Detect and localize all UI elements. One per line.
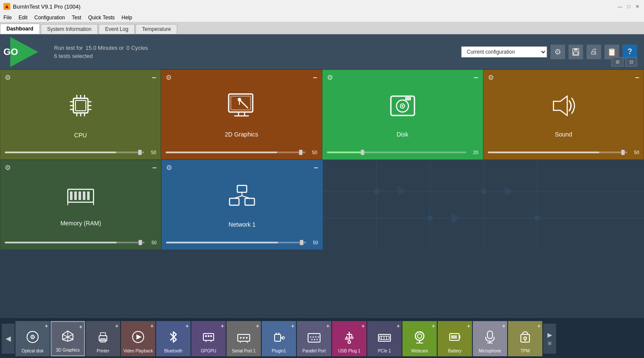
printer-plus-icon[interactable]: +: [115, 323, 118, 329]
graphics2d-settings-icon[interactable]: ⚙: [166, 73, 172, 82]
window-controls[interactable]: — □ ✕: [617, 3, 641, 10]
bottom-tile-parallel-port[interactable]: + Parallel Port: [297, 321, 331, 356]
parallel-plus-icon[interactable]: +: [326, 323, 330, 329]
tab-event-log[interactable]: Event Log: [99, 24, 135, 34]
svg-point-52: [374, 189, 379, 194]
svg-marker-58: [505, 186, 513, 197]
svg-rect-2: [574, 49, 577, 51]
scroll-right-btn[interactable]: ▶ ⊞: [543, 324, 556, 354]
disk-minimize-icon[interactable]: −: [474, 73, 478, 82]
menu-configuration[interactable]: Configuration: [31, 14, 68, 21]
list-view-btn[interactable]: ⊟: [625, 57, 637, 67]
sound-minimize-icon[interactable]: −: [635, 73, 639, 82]
titlebar: BurnInTest V9.1 Pro (1004) — □ ✕: [0, 0, 644, 13]
svg-rect-37: [87, 191, 90, 200]
gpgpu-label: GPGPU: [201, 349, 216, 354]
sound-slider[interactable]: 50: [488, 150, 639, 155]
tab-temperature[interactable]: Temperature: [136, 24, 177, 34]
parallel-port-icon: [307, 332, 321, 347]
optical-disk-plus-icon[interactable]: +: [45, 323, 48, 329]
tpm-label: TPM: [520, 349, 529, 354]
tpm-plus-icon[interactable]: +: [537, 323, 541, 329]
svg-point-81: [243, 337, 245, 339]
memory-minimize-icon[interactable]: −: [152, 164, 157, 173]
save-icon-btn[interactable]: [568, 45, 583, 59]
gpgpu-plus-icon[interactable]: +: [221, 323, 224, 329]
battery-icon: [448, 330, 461, 347]
3d-graphics-plus-icon[interactable]: +: [79, 324, 82, 330]
serial-plus-icon[interactable]: +: [256, 323, 259, 329]
menu-quick-tests[interactable]: Quick Tests: [85, 14, 118, 21]
network-settings-icon[interactable]: ⚙: [166, 164, 172, 173]
bottom-tile-video-playback[interactable]: + Video Playback: [121, 321, 155, 356]
bottom-tile-usb-plug[interactable]: + USB Plug 1: [332, 321, 366, 356]
webcam-plus-icon[interactable]: +: [432, 323, 435, 329]
graphics2d-slider[interactable]: 50: [166, 150, 317, 155]
microphone-plus-icon[interactable]: +: [502, 323, 505, 329]
close-button[interactable]: ✕: [634, 3, 641, 10]
bottom-tile-battery[interactable]: + Battery: [438, 321, 472, 356]
video-plus-icon[interactable]: +: [150, 323, 154, 329]
maximize-button[interactable]: □: [625, 3, 632, 10]
bluetooth-plus-icon[interactable]: +: [185, 323, 189, 329]
pcie-plus-icon[interactable]: +: [396, 323, 400, 329]
svg-rect-76: [210, 335, 212, 337]
cpu-slider[interactable]: 50: [5, 150, 156, 155]
print-icon-btn[interactable]: 🖨: [587, 45, 601, 59]
usb-plus-icon[interactable]: +: [361, 323, 365, 329]
bottom-tile-pcie[interactable]: + PCIe 1: [367, 321, 402, 356]
run-label: Run test for: [54, 45, 83, 51]
battery-label: Battery: [448, 349, 462, 354]
network-tile[interactable]: ⚙ − Network 1 50: [161, 160, 323, 250]
bottom-tile-serial-port[interactable]: + Serial Port 1: [227, 321, 261, 356]
network-minimize-icon[interactable]: −: [314, 164, 318, 173]
tile-view-btn[interactable]: ⊞: [611, 57, 623, 67]
svg-rect-75: [208, 335, 209, 337]
tab-system-information[interactable]: System Information: [41, 24, 98, 34]
disk-settings-icon[interactable]: ⚙: [327, 73, 333, 82]
bottom-tile-gpgpu[interactable]: + GPGPU: [191, 321, 226, 356]
menu-help[interactable]: Help: [118, 14, 136, 21]
pcie-icon: [378, 332, 391, 347]
tab-dashboard[interactable]: Dashboard: [0, 24, 40, 34]
scroll-left-btn[interactable]: ◀: [2, 324, 15, 354]
memory-tile[interactable]: ⚙ − Memory (RAM): [0, 160, 161, 250]
graphics2d-tile[interactable]: ⚙ − 2D Graphics: [161, 70, 322, 160]
cpu-settings-icon[interactable]: ⚙: [5, 73, 11, 82]
config-dropdown[interactable]: Current configurationDefault configurati…: [461, 46, 547, 58]
menu-test[interactable]: Test: [68, 14, 85, 21]
bottom-tile-plugin1[interactable]: + Plugin1: [262, 321, 296, 356]
disk-slider-val: 20: [469, 150, 478, 155]
memory-slider[interactable]: 50: [5, 240, 157, 245]
graphics2d-minimize-icon[interactable]: −: [313, 73, 317, 82]
memory-settings-icon[interactable]: ⚙: [5, 164, 11, 173]
cpu-tile[interactable]: ⚙ −: [0, 70, 161, 160]
bottom-tile-tpm[interactable]: + TPM: [508, 321, 542, 356]
go-button-container[interactable]: GO: [7, 37, 41, 67]
svg-point-97: [317, 339, 318, 340]
menu-edit[interactable]: Edit: [15, 14, 31, 21]
tabbar: Dashboard System Information Event Log T…: [0, 22, 644, 34]
sound-settings-icon[interactable]: ⚙: [488, 73, 494, 82]
go-button[interactable]: GO: [10, 37, 38, 67]
bottom-tile-optical-disk[interactable]: + Optical disk: [15, 321, 50, 356]
settings-icon-btn[interactable]: ⚙: [550, 45, 565, 59]
minimize-button[interactable]: —: [617, 3, 623, 10]
bottom-tile-bluetooth[interactable]: + Bluetooth: [156, 321, 190, 356]
disk-slider[interactable]: 20: [327, 150, 478, 155]
bottom-tile-printer[interactable]: + Printer: [86, 321, 120, 356]
battery-plus-icon[interactable]: +: [467, 323, 470, 329]
svg-point-82: [246, 337, 248, 339]
sound-tile[interactable]: ⚙ − Sound 50: [483, 70, 644, 160]
bottom-tile-microphone[interactable]: + Microphone: [473, 321, 507, 356]
cpu-minimize-icon[interactable]: −: [152, 73, 157, 82]
bottom-tile-3d-graphics[interactable]: + 3D Graphics: [51, 321, 85, 356]
network-slider[interactable]: 50: [166, 240, 318, 245]
microphone-label: Microphone: [479, 349, 501, 354]
menu-file[interactable]: File: [0, 14, 15, 21]
grid-top-row: ⚙ −: [0, 70, 644, 160]
empty-area: [323, 160, 644, 250]
disk-tile[interactable]: ⚙ − Disk 20: [322, 70, 483, 160]
bottom-tile-webcam[interactable]: + Webcam: [402, 321, 437, 356]
plugin1-plus-icon[interactable]: +: [291, 323, 294, 329]
